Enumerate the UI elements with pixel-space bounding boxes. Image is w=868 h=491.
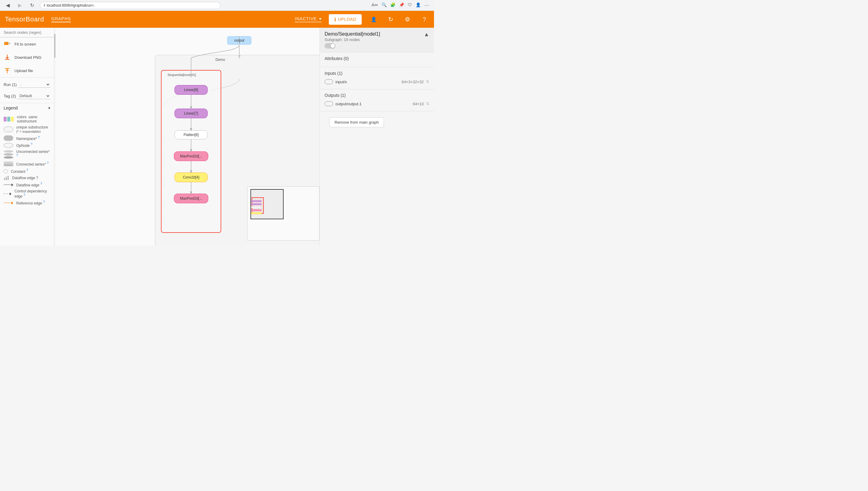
input-icon — [324, 79, 333, 84]
output-expand-icon[interactable]: ⇅ — [426, 102, 429, 106]
input-value: 64×3×32×32 — [402, 80, 424, 84]
linear7-node[interactable]: Linear[7] — [175, 109, 208, 118]
linear8-node[interactable]: Linear[8] — [175, 85, 208, 95]
legend-control-shape — [4, 192, 11, 196]
run-dropdown[interactable]: . — [18, 81, 50, 88]
linear8-label: Linear[8] — [184, 88, 198, 92]
legend-item-namespace: Namespace* ? — [4, 135, 50, 142]
more-icon[interactable]: ⋯ — [423, 2, 430, 8]
upload-file-icon — [4, 67, 11, 74]
search-input[interactable] — [0, 28, 54, 37]
legend-control-label: Control dependency edge ? — [14, 189, 50, 198]
linear7-label: Linear[7] — [184, 111, 198, 116]
mini-map-inner — [247, 187, 319, 240]
forward-button[interactable]: ▶ — [16, 1, 24, 10]
output-node-label: output — [234, 38, 244, 42]
subgraph-toggle-track[interactable] — [324, 43, 336, 49]
upload-icon: ℹ — [334, 17, 336, 22]
svg-rect-5 — [6, 177, 7, 180]
svg-rect-15 — [251, 206, 261, 208]
maxpool2d-bot-label: MaxPool2d[... — [180, 196, 202, 201]
input-name: input/x — [336, 80, 399, 84]
settings-header-icon[interactable]: ⚙ — [403, 15, 412, 24]
output-row: output/output.1 64×10 ⇅ — [324, 100, 429, 107]
upload-file-label: Upload file — [14, 68, 33, 73]
legend-namespace-label: Namespace* ? — [16, 136, 40, 141]
url-text: localhost:6006/#graphs&run=. — [47, 3, 95, 7]
fit-to-screen-action[interactable]: Fit to screen — [0, 37, 54, 51]
legend-unconnected-shape — [4, 150, 13, 158]
profile-icon[interactable]: 👤 — [414, 2, 422, 8]
remove-from-main-graph-button[interactable]: Remove from main graph — [330, 117, 384, 127]
attributes-title: Attributes (0) — [324, 56, 429, 61]
right-panel: Demo/Sequential[model1] Subgraph: 19 nod… — [319, 28, 434, 246]
output-value: 64×10 — [412, 102, 424, 106]
subgraph-toggle — [324, 43, 380, 49]
legend-opnode-label: OpNode ? — [16, 143, 33, 148]
run-label: Run (1) — [4, 82, 17, 87]
legend-unique-shape — [4, 127, 13, 132]
url-lock-icon: ℹ — [44, 3, 45, 7]
tag-dropdown[interactable]: Default — [17, 93, 50, 99]
flatten6-label: Flatten[6] — [184, 133, 198, 137]
demo-label: Demo — [216, 58, 225, 62]
legend-item-constant: Constant ? — [4, 168, 50, 175]
inputs-section: Inputs (1) input/x 64×3×32×32 ⇅ — [320, 67, 434, 89]
graph-canvas[interactable]: output Demo Sequential[model1] Linear[8]… — [56, 28, 319, 246]
shield-icon[interactable]: 🛡 — [407, 2, 413, 8]
download-png-icon — [4, 54, 11, 61]
legend-reference-label: Reference edge ? — [16, 200, 44, 205]
right-panel-subtitle: Subgraph: 19 nodes — [324, 37, 380, 42]
zoom-icon[interactable]: 🔍 — [380, 2, 388, 8]
nav-graphs[interactable]: GRAPHS — [51, 16, 71, 22]
mini-map-svg — [247, 187, 319, 241]
conv2d4-node[interactable]: Conv2d[4] — [175, 173, 208, 182]
maxpool2d-bot-node[interactable]: MaxPool2d[... — [174, 194, 208, 203]
legend-items: colors same substructure unique substruc… — [0, 113, 54, 209]
legend-connected-label: Connected series* ? — [16, 161, 49, 167]
svg-rect-13 — [251, 200, 261, 202]
output-name: output/output.1 — [336, 102, 410, 106]
flatten6-node[interactable]: Flatten[6] — [175, 130, 208, 139]
legend-dataflow-label: Dataflow edge ? — [16, 182, 42, 187]
maxpool2d-top-node[interactable]: MaxPool2d[... — [174, 151, 208, 161]
pin-icon[interactable]: 📌 — [398, 2, 405, 8]
outputs-title: Outputs (1) — [324, 93, 429, 98]
tag-label: Tag (2) — [4, 94, 16, 98]
legend-item-opnode: OpNode ? — [4, 142, 50, 149]
mini-map[interactable] — [247, 186, 319, 241]
right-panel-close-button[interactable]: ▲ — [424, 31, 429, 38]
legend-item-connected: Connected series* ? — [4, 160, 50, 168]
help-header-icon[interactable]: ? — [420, 15, 429, 24]
right-panel-title: Demo/Sequential[model1] — [324, 31, 380, 37]
legend-item-dataflow: Dataflow edge ? — [4, 181, 50, 188]
back-button[interactable]: ◀ — [4, 1, 12, 10]
svg-rect-2 — [5, 59, 10, 60]
profile-header-icon[interactable]: 👤 — [369, 15, 378, 24]
upload-file-action[interactable]: Upload file — [0, 64, 54, 77]
url-bar[interactable]: ℹ localhost:6006/#graphs&run=. — [40, 2, 221, 9]
inputs-title: Inputs (1) — [324, 71, 429, 76]
upload-button[interactable]: ℹ UPLOAD — [329, 14, 362, 25]
input-expand-icon[interactable]: ⇅ — [426, 80, 429, 84]
legend-header[interactable]: Legend ▾ — [0, 103, 54, 113]
legend-item-unique: unique substructure(* = expandable) — [4, 124, 50, 135]
conv2d4-label: Conv2d[4] — [183, 175, 199, 179]
download-png-action[interactable]: Download PNG — [0, 51, 54, 64]
attributes-section: Attributes (0) — [320, 53, 434, 67]
refresh-button[interactable]: ↻ — [28, 1, 36, 10]
legend-item-unconnected: Unconnected series* ? — [4, 149, 50, 160]
refresh-header-icon[interactable]: ↻ — [386, 15, 396, 24]
extension-icon[interactable]: 🧩 — [389, 2, 397, 8]
fit-to-screen-icon — [4, 40, 11, 48]
run-section: Run (1) . Tag (2) Default — [0, 77, 54, 103]
svg-rect-4 — [4, 178, 5, 180]
outputs-section: Outputs (1) output/output.1 64×10 ⇅ — [320, 89, 434, 111]
subgraph-toggle-thumb — [331, 44, 335, 48]
translate-icon[interactable]: A⇔ — [370, 2, 379, 8]
status-dropdown[interactable]: INACTIVE ▾ — [295, 16, 321, 22]
output-node[interactable]: output — [227, 36, 251, 45]
upload-label: UPLOAD — [338, 17, 356, 22]
svg-rect-14 — [251, 203, 261, 205]
svg-rect-17 — [251, 212, 261, 214]
